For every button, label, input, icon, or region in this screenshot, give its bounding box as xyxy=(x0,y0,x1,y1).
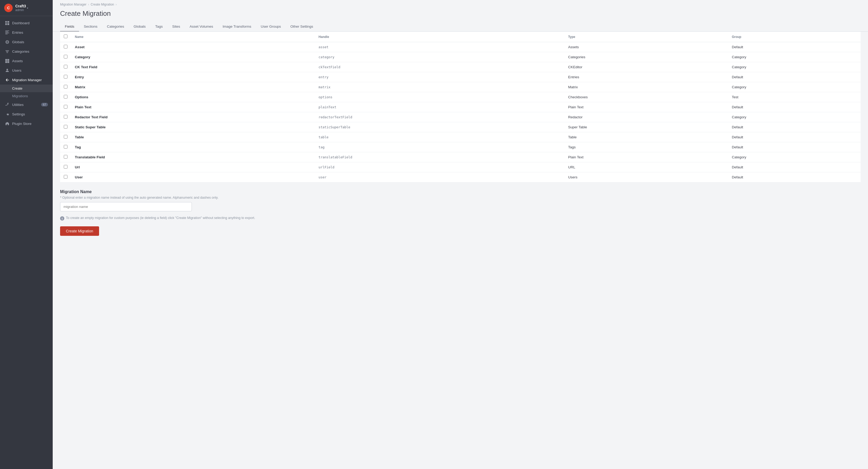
row-checkbox-cell xyxy=(60,122,71,132)
sidebar-item-migration-manager[interactable]: Migration Manager xyxy=(0,75,53,85)
table-row: Plain Text plainText Plain Text Default xyxy=(60,102,861,112)
sidebar-item-dashboard[interactable]: Dashboard xyxy=(0,18,53,28)
table-row: Options options Checkboxes Test xyxy=(60,92,861,102)
sidebar-item-globals[interactable]: Globals xyxy=(0,37,53,46)
row-checkbox[interactable] xyxy=(64,75,67,79)
table-row: Tag tag Tags Default xyxy=(60,142,861,152)
categories-icon xyxy=(5,49,9,54)
tab-tags[interactable]: Tags xyxy=(151,22,167,32)
migration-name-section: Migration Name * Optional enter a migrat… xyxy=(60,189,861,211)
sidebar-item-users[interactable]: Users xyxy=(0,66,53,75)
row-checkbox-cell xyxy=(60,112,71,122)
row-checkbox[interactable] xyxy=(64,105,67,108)
table-row: Asset asset Assets Default xyxy=(60,42,861,52)
svg-rect-6 xyxy=(5,33,9,33)
row-handle: options xyxy=(315,92,564,102)
sidebar-sub-item-create[interactable]: Create xyxy=(0,85,53,92)
users-icon xyxy=(5,68,9,73)
table-row: Matrix matrix Matrix Category xyxy=(60,82,861,92)
tab-user-groups[interactable]: User Groups xyxy=(256,22,286,32)
assets-icon xyxy=(5,59,9,63)
row-type: Plain Text xyxy=(564,152,728,162)
tab-asset-volumes[interactable]: Asset Volumes xyxy=(185,22,218,32)
row-checkbox[interactable] xyxy=(64,85,67,89)
fields-table: Name Handle Type Group Asset asset Asset… xyxy=(60,32,861,182)
sidebar-sub-item-migrations[interactable]: Migrations xyxy=(0,92,53,100)
topbar: Migration Manager › Create Migration › xyxy=(53,0,868,6)
sidebar-item-plugin-store[interactable]: Plugin Store xyxy=(0,119,53,128)
row-checkbox[interactable] xyxy=(64,65,67,68)
tab-globals[interactable]: Globals xyxy=(129,22,151,32)
info-icon: ℹ xyxy=(60,216,64,221)
row-name: Options xyxy=(71,92,315,102)
sidebar-item-label: Categories xyxy=(12,50,29,54)
create-migration-button[interactable]: Create Migration xyxy=(60,226,99,236)
row-name: Translatable Field xyxy=(71,152,315,162)
svg-rect-4 xyxy=(5,31,9,31)
col-type-header: Type xyxy=(564,32,728,42)
breadcrumb-create-migration[interactable]: Create Migration xyxy=(91,3,114,6)
row-group: Default xyxy=(728,132,861,142)
row-group: Default xyxy=(728,162,861,172)
row-type: Categories xyxy=(564,52,728,62)
row-checkbox-cell xyxy=(60,132,71,142)
row-checkbox[interactable] xyxy=(64,45,67,49)
tab-sections[interactable]: Sections xyxy=(79,22,102,32)
sidebar-item-label: Plugin Store xyxy=(12,122,32,126)
svg-rect-14 xyxy=(7,61,9,63)
tab-categories[interactable]: Categories xyxy=(102,22,129,32)
svg-rect-0 xyxy=(5,21,7,23)
row-handle: redactorTextField xyxy=(315,112,564,122)
col-name-header: Name xyxy=(71,32,315,42)
sidebar-item-categories[interactable]: Categories xyxy=(0,46,53,56)
row-checkbox[interactable] xyxy=(64,145,67,149)
migration-name-input[interactable] xyxy=(60,202,192,211)
svg-point-15 xyxy=(6,69,8,70)
row-checkbox[interactable] xyxy=(64,95,67,98)
row-name: Matrix xyxy=(71,82,315,92)
col-checkbox-header xyxy=(60,32,71,42)
sidebar-item-label: Migration Manager xyxy=(12,78,42,82)
row-group: Default xyxy=(728,172,861,182)
table-row: Category category Categories Category xyxy=(60,52,861,62)
sidebar-item-label: Dashboard xyxy=(12,21,30,25)
tab-fields[interactable]: Fields xyxy=(60,22,79,32)
tab-other-settings[interactable]: Other Settings xyxy=(286,22,318,32)
select-all-checkbox[interactable] xyxy=(64,34,67,38)
tab-sites[interactable]: Sites xyxy=(167,22,185,32)
utilities-badge: 67 xyxy=(41,103,48,106)
row-checkbox[interactable] xyxy=(64,55,67,59)
row-group: Default xyxy=(728,142,861,152)
svg-rect-11 xyxy=(5,59,7,61)
table-row: Static Super Table staticSuperTable Supe… xyxy=(60,122,861,132)
tab-image-transforms[interactable]: Image Transforms xyxy=(218,22,256,32)
sidebar: C Craft3 admin ▾ Dashboard Entries Globa… xyxy=(0,0,53,469)
row-checkbox[interactable] xyxy=(64,155,67,159)
sidebar-item-label: Settings xyxy=(12,112,25,116)
row-checkbox-cell xyxy=(60,42,71,52)
breadcrumb-migration-manager[interactable]: Migration Manager xyxy=(60,3,87,6)
row-group: Default xyxy=(728,72,861,82)
row-checkbox[interactable] xyxy=(64,125,67,129)
row-checkbox[interactable] xyxy=(64,115,67,119)
app-subbrand: admin xyxy=(15,8,26,12)
row-checkbox-cell xyxy=(60,72,71,82)
row-checkbox[interactable] xyxy=(64,165,67,168)
sidebar-item-label: Utilities xyxy=(12,103,24,107)
table-row: Translatable Field translatableField Pla… xyxy=(60,152,861,162)
row-group: Category xyxy=(728,82,861,92)
row-checkbox[interactable] xyxy=(64,175,67,179)
sidebar-header[interactable]: C Craft3 admin ▾ xyxy=(0,0,53,16)
sidebar-item-entries[interactable]: Entries xyxy=(0,28,53,37)
row-checkbox[interactable] xyxy=(64,135,67,138)
row-type: CKEditor xyxy=(564,62,728,72)
table-row: User user Users Default xyxy=(60,172,861,182)
row-name: Tag xyxy=(71,142,315,152)
sidebar-item-utilities[interactable]: Utilities 67 xyxy=(0,100,53,110)
sidebar-item-settings[interactable]: Settings xyxy=(0,110,53,119)
entries-icon xyxy=(5,30,9,35)
svg-rect-1 xyxy=(7,21,9,23)
row-checkbox-cell xyxy=(60,162,71,172)
sidebar-item-assets[interactable]: Assets xyxy=(0,56,53,66)
breadcrumb-sep-1: › xyxy=(88,3,89,6)
